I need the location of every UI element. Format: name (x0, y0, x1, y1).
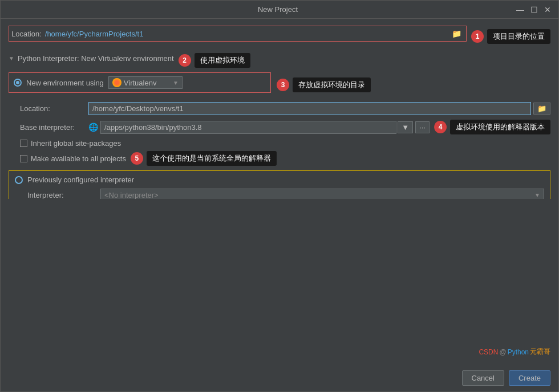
new-env-block: New environment using Virtualenv ▼ (9, 72, 271, 93)
env-location-browse-button[interactable]: 📁 (533, 103, 550, 115)
prev-interpreter-dropdown[interactable]: <No interpreter> ▼ (100, 189, 544, 199)
annotation-badge-3: 3 (277, 79, 289, 91)
watermark-suffix: 元霸哥 (530, 347, 550, 357)
project-location-input[interactable] (45, 30, 449, 38)
interpreter-browse-button[interactable]: ··· (415, 121, 430, 133)
dropdown-arrow-icon: ▼ (173, 80, 179, 86)
available-annotation: 5 这个使用的是当前系统全局的解释器 (131, 151, 277, 166)
bottom-action-bar: Cancel Create (1, 365, 558, 391)
annotation-text-4: 虚拟环境使用的解释器版本 (450, 120, 550, 134)
annotation-badge-5: 5 (131, 152, 143, 165)
title-bar: New Project — ☐ ✕ (1, 1, 558, 19)
inherit-checkbox-row: Inherit global site-packages (9, 139, 550, 148)
new-env-annotation: 3 存放虚拟环境的目录 (277, 77, 371, 92)
new-env-label: New environment using (26, 79, 104, 87)
prev-config-block: Previously configured interpreter Interp… (9, 170, 550, 199)
collapse-icon: ▼ (9, 55, 14, 62)
inherit-checkbox[interactable] (20, 140, 27, 147)
prev-config-radio[interactable] (15, 176, 23, 184)
prev-config-radio-row: Previously configured interpreter (15, 175, 544, 184)
python-globe-icon: 🌐 (88, 122, 98, 132)
location-annotation: 1 项目目录的位置 (471, 29, 550, 44)
env-location-label: Location: (20, 104, 88, 113)
prev-config-interpreter-row: Interpreter: <No interpreter> ▼ (15, 189, 544, 199)
window-title: New Project (40, 5, 515, 14)
python-text: Python (508, 348, 529, 356)
base-interpreter-label: Base interpreter: (20, 123, 88, 132)
restore-button[interactable]: ☐ (529, 5, 539, 15)
annotation-badge-2: 2 (179, 54, 191, 67)
interpreter-dropdown-button[interactable]: ▼ (398, 121, 413, 133)
watermark-separator: @ (499, 348, 506, 356)
annotation-text-3: 存放虚拟环境的目录 (293, 77, 371, 92)
virtualenv-icon (112, 78, 121, 87)
available-row: Make available to all projects 5 这个使用的是当… (9, 151, 550, 166)
annotation-text-1: 项目目录的位置 (487, 29, 550, 44)
cancel-button[interactable]: Cancel (462, 370, 504, 386)
annotation-text-2: 使用虚拟环境 (195, 53, 250, 68)
main-content: Location: 📁 1 项目目录的位置 ▼ Python Interpret… (1, 19, 558, 199)
prev-config-label: Previously configured interpreter (27, 175, 134, 184)
location-label: Location: (11, 30, 42, 38)
base-interpreter-annotation: 4 虚拟环境使用的解释器版本 (434, 120, 550, 134)
prev-interpreter-value: <No interpreter> (104, 191, 159, 199)
virtualenv-dropdown[interactable]: Virtualenv ▼ (108, 76, 183, 89)
browse-folder-button[interactable]: 📁 (449, 28, 464, 39)
new-env-radio[interactable] (14, 79, 22, 87)
interpreter-section-label: Python Interpreter: New Virtualenv envir… (18, 54, 174, 63)
minimize-button[interactable]: — (515, 5, 525, 15)
annotation-text-5: 这个使用的是当前系统全局的解释器 (147, 151, 277, 166)
available-label: Make available to all projects (31, 154, 126, 163)
available-checkbox[interactable] (20, 155, 27, 162)
window-controls: — ☐ ✕ (515, 5, 553, 15)
project-location-row: Location: 📁 (9, 26, 467, 42)
watermark: CSDN @ Python 元霸哥 (479, 347, 550, 357)
new-project-window: New Project — ☐ ✕ Location: 📁 1 项目目录的位置 … (0, 0, 559, 392)
prev-interpreter-label: Interpreter: (27, 191, 96, 199)
annotation-badge-4: 4 (434, 121, 447, 133)
virtualenv-dropdown-text: Virtualenv (124, 79, 157, 87)
create-button[interactable]: Create (509, 370, 550, 386)
annotation-badge-1: 1 (471, 30, 484, 43)
prev-interpreter-dropdown-arrow: ▼ (534, 192, 540, 198)
close-button[interactable]: ✕ (542, 5, 553, 15)
env-location-row: Location: 📁 (9, 102, 550, 115)
interpreter-annotation: 2 使用虚拟环境 (179, 53, 250, 68)
base-interpreter-input[interactable] (100, 121, 396, 134)
env-location-input[interactable] (88, 102, 531, 115)
interpreter-section-header: ▼ Python Interpreter: New Virtualenv env… (9, 54, 174, 63)
csdn-text: CSDN (479, 348, 498, 356)
inherit-label: Inherit global site-packages (31, 139, 121, 148)
